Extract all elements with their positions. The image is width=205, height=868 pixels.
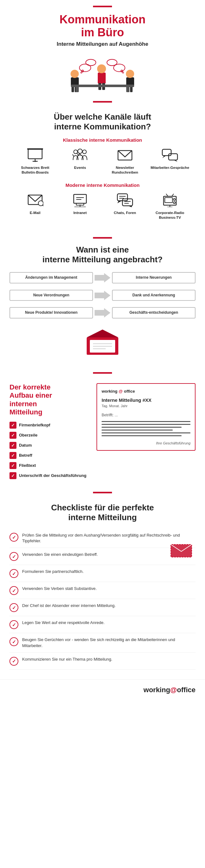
- aufbau-item-5: Unterschrift der Geschäftsführung: [9, 472, 90, 479]
- channel-events: Events: [60, 147, 100, 175]
- svg-point-40: [38, 201, 43, 206]
- svg-marker-68: [87, 330, 118, 337]
- svg-rect-42: [74, 194, 86, 203]
- doc-line-1: [102, 421, 190, 422]
- aufbau-item-4: Fließtext: [9, 462, 90, 469]
- wann-arrow-2: [95, 291, 110, 300]
- subtitle: Interne Mitteilungen auf Augenhöhe: [12, 41, 193, 48]
- modern-label: Moderne interne Kommunikation: [12, 182, 193, 188]
- checkliste-item-5: Legen Sie Wert auf eine respektvolle Anr…: [9, 616, 196, 633]
- doc-betreff: Betrifft: ...: [102, 413, 190, 417]
- svg-rect-57: [165, 197, 173, 203]
- channel-email: E-Mail: [16, 192, 55, 220]
- check-box-5: [9, 472, 17, 479]
- doc-line-3: [102, 427, 182, 428]
- wann-section: Wann ist eine interne Mitteilung angebra…: [0, 242, 205, 369]
- aufbau-section: Der korrekte Aufbau einer internen Mitte…: [0, 377, 205, 489]
- svg-rect-20: [71, 85, 134, 87]
- wann-title: Wann ist eine interne Mitteilung angebra…: [9, 245, 196, 265]
- wann-box-2: Neue Verordnungen: [9, 290, 93, 301]
- aufbau-title: Der korrekte Aufbau einer internen Mitte…: [9, 383, 90, 416]
- footer: working@office: [0, 679, 205, 704]
- doc-line-2: [102, 424, 190, 425]
- doc-line-5: [102, 432, 190, 433]
- footer-brand: working@office: [144, 686, 196, 694]
- svg-point-6: [81, 72, 82, 73]
- doc-date: Tag. Monat. Jahr: [102, 404, 190, 408]
- svg-rect-21: [76, 87, 79, 92]
- modern-channels: E-Mail Intranet: [12, 192, 193, 220]
- checkliste-section: Checkliste für die perfekte interne Mitt…: [0, 496, 205, 679]
- wann-arrow-1: [95, 273, 110, 282]
- wann-box-r3: Geschäfts-entscheidungen: [112, 307, 196, 318]
- title-section: Kommunikation im Büro Interne Mitteilung…: [0, 7, 205, 51]
- checkliste-item-2: Formulieren Sie partnerschaftlich.: [9, 565, 196, 582]
- check-box-3: [9, 452, 17, 459]
- svg-point-9: [86, 59, 96, 66]
- divider-2: [93, 237, 112, 239]
- svg-rect-22: [126, 87, 129, 92]
- doc-line-6: [102, 435, 182, 436]
- divider-4: [93, 492, 112, 493]
- aufbau-item-1: Oberzeile: [9, 432, 90, 439]
- checkliste-item-7: Kommunizieren Sie nur ein Thema pro Mitt…: [9, 653, 196, 670]
- check-circle-4: [9, 603, 18, 612]
- check-circle-3: [9, 586, 18, 595]
- svg-point-1: [71, 70, 79, 78]
- channel-gespraeche: Mitarbeiter-Gespräche: [150, 147, 190, 175]
- checkliste-item-0: Prüfen Sie die Mitteilung vor dem Aushan…: [9, 529, 196, 548]
- check-circle-0: [9, 533, 18, 541]
- svg-rect-35: [162, 149, 171, 156]
- channel-chats: Chats, Foren: [105, 192, 145, 220]
- klassisch-channels: Schwarzes Brett Bulletin-Boards: [12, 147, 193, 175]
- aufbau-list: Firmenbriefkopf Oberzeile Datum Betreff …: [9, 422, 90, 479]
- svg-rect-7: [98, 72, 106, 84]
- svg-point-14: [126, 70, 134, 78]
- svg-rect-37: [169, 154, 178, 160]
- envelope-illustration: [9, 328, 196, 356]
- divider-3: [93, 372, 112, 374]
- check-box-0: [9, 422, 17, 429]
- svg-point-28: [78, 149, 82, 153]
- doc-line-4: [102, 430, 173, 431]
- kanaele-section: Über welche Kanäle läuft interne Kommuni…: [0, 106, 205, 234]
- svg-marker-65: [95, 291, 110, 300]
- svg-point-17: [113, 64, 125, 72]
- hero-illustration: [0, 51, 205, 98]
- wann-box-r1: Interne Neuerungen: [112, 272, 196, 283]
- check-circle-6: [9, 637, 18, 646]
- channel-intranet: Intranet: [60, 192, 100, 220]
- check-box-2: [9, 442, 17, 449]
- svg-marker-66: [95, 308, 110, 317]
- doc-brand: working@office: [102, 389, 190, 394]
- check-circle-7: [9, 657, 18, 666]
- svg-point-8: [97, 64, 106, 73]
- wann-box-r2: Dank und Anerkennung: [112, 290, 196, 301]
- svg-line-41: [43, 205, 43, 207]
- check-circle-5: [9, 620, 18, 629]
- main-title: Kommunikation im Büro: [12, 13, 193, 39]
- svg-marker-38: [174, 160, 178, 162]
- svg-line-30: [73, 154, 74, 156]
- klassisch-label: Klassische interne Kommunikation: [12, 137, 193, 143]
- channel-newsletter: Newsletter Rundschreiben: [105, 147, 145, 175]
- check-circle-2: [9, 569, 18, 578]
- aufbau-left: Der korrekte Aufbau einer internen Mitte…: [9, 383, 90, 482]
- svg-rect-24: [27, 148, 43, 150]
- checkliste-list: Prüfen Sie die Mitteilung vor dem Aushan…: [9, 529, 196, 670]
- checkliste-item-1: Verwenden Sie einen eindeutigen Betreff.: [9, 548, 196, 565]
- divider-1: [93, 101, 112, 102]
- svg-point-58: [173, 198, 175, 200]
- svg-marker-64: [95, 273, 110, 282]
- check-box-1: [9, 432, 17, 439]
- wann-arrow-3: [95, 308, 110, 317]
- channel-radio: Corporate-Radio Business-TV: [150, 192, 190, 220]
- svg-point-29: [82, 150, 86, 154]
- checkliste-item-3: Verwenden Sie Verben statt Substantive.: [9, 582, 196, 599]
- svg-rect-23: [28, 149, 42, 159]
- wann-box-1: Änderungen im Management: [9, 272, 93, 283]
- doc-signature: Ihre Geschäftsführung: [102, 441, 190, 445]
- wann-box-3: Neue Produkte/ Innovationen: [9, 307, 93, 318]
- checkliste-title: Checkliste für die perfekte interne Mitt…: [9, 503, 196, 522]
- check-circle-1: [9, 552, 18, 561]
